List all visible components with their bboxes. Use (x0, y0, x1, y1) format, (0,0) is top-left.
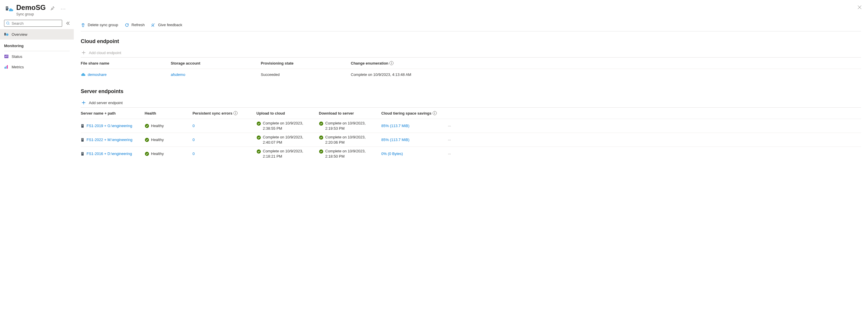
upload-value: Complete on 10/9/2023, (263, 135, 303, 140)
svg-rect-5 (4, 33, 6, 35)
refresh-icon (125, 23, 129, 27)
col-storage-account: Storage account (171, 61, 261, 65)
download-value: Complete on 10/9/2023, (325, 135, 366, 140)
info-icon[interactable]: i (390, 61, 394, 65)
upload-value: Complete on 10/9/2023, (263, 149, 303, 154)
table-row: FS1-2022 + M:\engineering Healthy 0 Comp… (81, 133, 861, 146)
refresh-button[interactable]: Refresh (125, 23, 145, 27)
search-input[interactable] (10, 21, 60, 26)
cloud-endpoint-table: File share name Storage account Provisio… (81, 57, 861, 80)
table-row: FS1-2019 + G:\engineering Healthy 0 Comp… (81, 119, 861, 133)
persistent-errors-link[interactable]: 0 (192, 151, 256, 156)
download-value: 2:18:50 PM (325, 154, 366, 159)
persistent-errors-link[interactable]: 0 (192, 138, 256, 142)
delete-icon (81, 23, 85, 27)
tool-label: Give feedback (158, 23, 182, 27)
metrics-icon (4, 64, 9, 69)
status-ok-icon (319, 121, 323, 126)
col-provisioning-state: Provisioning state (261, 61, 351, 65)
sidebar-item-label: Metrics (11, 65, 24, 69)
svg-rect-10 (7, 65, 8, 68)
health-ok-icon (145, 123, 149, 128)
collapse-sidebar-icon[interactable] (66, 21, 70, 25)
command-bar: Delete sync group Refresh Give feedback (81, 19, 861, 31)
row-more-icon[interactable]: ··· (442, 151, 451, 156)
svg-rect-19 (82, 139, 83, 139)
plus-icon (81, 50, 86, 55)
tiering-link[interactable]: 0% (0 Bytes) (381, 151, 442, 156)
pin-icon[interactable] (50, 6, 55, 11)
svg-rect-1 (6, 7, 8, 7)
col-health: Health (145, 111, 192, 115)
status-ok-icon (256, 121, 261, 126)
row-more-icon[interactable]: ··· (442, 138, 451, 142)
server-icon (81, 138, 85, 142)
page-header: DemoSG Sync group ··· (0, 0, 868, 19)
change-enumeration-value: Complete on 10/9/2023, 4:13:48 AM (351, 73, 861, 77)
col-file-share: File share name (81, 61, 171, 65)
health-ok-icon (145, 151, 149, 156)
svg-rect-2 (6, 7, 8, 8)
svg-point-6 (6, 33, 8, 36)
page-subtitle: Sync group (16, 12, 45, 16)
health-value: Healthy (151, 151, 164, 156)
sidebar-section-monitoring: Monitoring (0, 39, 74, 50)
svg-rect-8 (5, 67, 5, 68)
sidebar-item-status[interactable]: Status (0, 51, 74, 62)
sync-group-resource-icon (5, 5, 13, 13)
sidebar-item-label: Overview (11, 32, 27, 37)
server-endpoint-link[interactable]: FS1-2022 + M:\engineering (87, 138, 132, 142)
col-upload: Upload to cloud (256, 111, 319, 115)
download-value: 2:19:53 PM (325, 126, 366, 131)
tool-label: Delete sync group (88, 23, 118, 27)
persistent-errors-link[interactable]: 0 (192, 123, 256, 128)
tiering-link[interactable]: 85% (113.7 MiB) (381, 123, 442, 128)
delete-sync-group-button[interactable]: Delete sync group (81, 23, 118, 27)
col-change-enumeration: Change enumeration i (351, 61, 861, 65)
status-ok-icon (319, 135, 323, 140)
file-share-link[interactable]: demoshare (88, 73, 106, 77)
info-icon[interactable]: i (234, 111, 238, 115)
sidebar-item-label: Status (11, 54, 22, 59)
col-persistent-errors: Persistent sync errors i (192, 111, 256, 115)
health-value: Healthy (151, 138, 164, 142)
add-server-endpoint-button[interactable]: Add server endpoint (81, 99, 861, 107)
more-icon[interactable]: ··· (61, 6, 66, 11)
sidebar-search[interactable] (4, 20, 62, 27)
svg-rect-13 (82, 125, 83, 125)
download-value: 2:20:06 PM (325, 140, 366, 145)
close-icon[interactable] (858, 5, 862, 10)
tiering-link[interactable]: 85% (113.7 MiB) (381, 138, 442, 142)
sidebar-item-overview[interactable]: Overview (0, 29, 74, 39)
provisioning-state-value: Succeeded (261, 73, 351, 77)
add-link-label: Add cloud endpoint (89, 51, 121, 55)
status-ok-icon (319, 149, 323, 154)
svg-point-4 (7, 22, 9, 24)
row-more-icon[interactable]: ··· (442, 123, 451, 128)
cloud-share-icon (81, 73, 86, 77)
storage-account-link[interactable]: afsdemo (171, 73, 261, 77)
download-value: Complete on 10/9/2023, (325, 149, 366, 154)
svg-rect-24 (81, 152, 84, 156)
table-row: demoshare afsdemo Succeeded Complete on … (81, 68, 861, 80)
col-server-name-path: Server name + path (81, 111, 145, 115)
col-tiering: Cloud tiering space savings i (381, 111, 442, 115)
sidebar-item-metrics[interactable]: Metrics (0, 62, 74, 72)
give-feedback-button[interactable]: Give feedback (151, 23, 182, 27)
health-ok-icon (145, 138, 149, 142)
server-endpoint-link[interactable]: FS1-2019 + G:\engineering (87, 123, 132, 128)
status-icon (4, 54, 9, 59)
svg-rect-18 (81, 138, 84, 142)
upload-value: 2:40:07 PM (263, 140, 303, 145)
svg-rect-26 (82, 153, 83, 153)
cloud-endpoint-section-title: Cloud endpoint (81, 38, 861, 45)
server-icon (81, 152, 85, 156)
svg-point-11 (152, 24, 154, 26)
svg-rect-9 (6, 66, 7, 68)
server-endpoint-link[interactable]: FS1-2016 + D:\engineering (87, 151, 132, 156)
table-header: Server name + path Health Persistent syn… (81, 108, 861, 119)
add-cloud-endpoint-button: Add cloud endpoint (81, 49, 861, 57)
table-row: FS1-2016 + D:\engineering Healthy 0 Comp… (81, 146, 861, 161)
info-icon[interactable]: i (433, 111, 437, 115)
feedback-icon (151, 23, 156, 27)
